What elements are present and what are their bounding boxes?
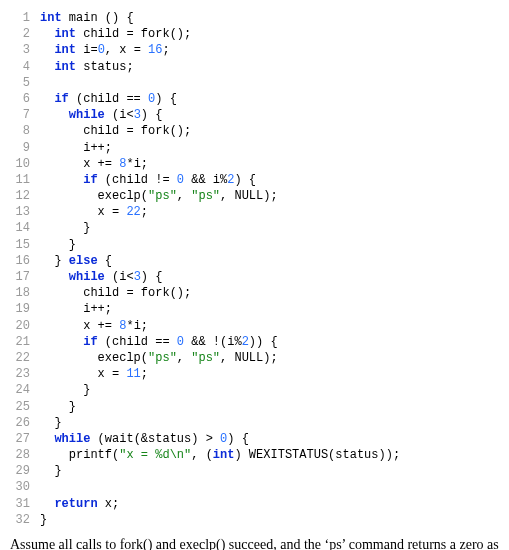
token-plain: *i;	[126, 157, 148, 171]
code-content: i++;	[40, 140, 112, 156]
code-line: 8 child = fork();	[8, 123, 501, 139]
code-content: child = fork();	[40, 123, 191, 139]
token-kw: if	[83, 335, 97, 349]
line-number: 10	[8, 156, 30, 172]
line-number: 29	[8, 463, 30, 479]
token-plain: *i;	[126, 319, 148, 333]
token-plain: x =	[98, 367, 127, 381]
token-kw: while	[69, 108, 105, 122]
code-content: }	[40, 382, 90, 398]
token-plain: child = fork();	[76, 27, 191, 41]
line-number: 31	[8, 496, 30, 512]
code-line: 28 printf("x = %d\n", (int) WEXITSTATUS(…	[8, 447, 501, 463]
code-line: 32}	[8, 512, 501, 528]
code-content: int main () {	[40, 10, 134, 26]
token-plain: main () {	[62, 11, 134, 25]
line-number: 25	[8, 399, 30, 415]
token-kw: int	[213, 448, 235, 462]
code-content: i++;	[40, 301, 112, 317]
token-num: 0	[98, 43, 105, 57]
line-number: 24	[8, 382, 30, 398]
code-line: 3 int i=0, x = 16;	[8, 42, 501, 58]
code-content: }	[40, 512, 47, 528]
code-line: 9 i++;	[8, 140, 501, 156]
token-num: 22	[126, 205, 140, 219]
code-line: 13 x = 22;	[8, 204, 501, 220]
token-plain: ,	[177, 351, 191, 365]
token-num: 3	[134, 108, 141, 122]
line-number: 27	[8, 431, 30, 447]
token-plain: && !(i%	[184, 335, 242, 349]
code-block: 1int main () {2 int child = fork();3 int…	[8, 10, 501, 528]
line-number: 12	[8, 188, 30, 204]
token-kw: int	[54, 43, 76, 57]
token-plain: ;	[141, 367, 148, 381]
code-content: while (i<3) {	[40, 269, 162, 285]
token-str: "ps"	[191, 351, 220, 365]
code-line: 24 }	[8, 382, 501, 398]
token-plain: , NULL);	[220, 189, 278, 203]
token-kw: int	[54, 27, 76, 41]
line-number: 5	[8, 75, 30, 91]
token-plain: (i<	[105, 108, 134, 122]
code-content: if (child != 0 && i%2) {	[40, 172, 256, 188]
token-plain: ;	[141, 205, 148, 219]
token-plain: status;	[76, 60, 134, 74]
line-number: 26	[8, 415, 30, 431]
code-line: 30	[8, 479, 501, 495]
line-number: 23	[8, 366, 30, 382]
token-plain: }	[83, 383, 90, 397]
code-line: 6 if (child == 0) {	[8, 91, 501, 107]
token-plain: , (	[191, 448, 213, 462]
code-line: 11 if (child != 0 && i%2) {	[8, 172, 501, 188]
code-content: }	[40, 399, 76, 415]
code-content: x += 8*i;	[40, 156, 148, 172]
token-plain: }	[54, 464, 61, 478]
code-content: } else {	[40, 253, 112, 269]
token-kw: if	[54, 92, 68, 106]
code-line: 10 x += 8*i;	[8, 156, 501, 172]
token-num: 0	[177, 335, 184, 349]
code-line: 23 x = 11;	[8, 366, 501, 382]
code-line: 20 x += 8*i;	[8, 318, 501, 334]
code-line: 22 execlp("ps", "ps", NULL);	[8, 350, 501, 366]
token-plain: {	[98, 254, 112, 268]
code-line: 12 execlp("ps", "ps", NULL);	[8, 188, 501, 204]
token-plain: }	[83, 221, 90, 235]
token-plain: }	[40, 513, 47, 527]
code-content: child = fork();	[40, 285, 191, 301]
token-plain: i++;	[83, 302, 112, 316]
token-plain: child = fork();	[83, 286, 191, 300]
token-plain: (i<	[105, 270, 134, 284]
token-plain: ) {	[227, 432, 249, 446]
token-str: "x = %d\n"	[119, 448, 191, 462]
token-plain: ;	[162, 43, 169, 57]
token-plain: (child ==	[69, 92, 148, 106]
line-number: 3	[8, 42, 30, 58]
token-plain: )) {	[249, 335, 278, 349]
token-num: 0	[177, 173, 184, 187]
token-kw: int	[40, 11, 62, 25]
token-plain: ,	[177, 189, 191, 203]
line-number: 16	[8, 253, 30, 269]
line-number: 17	[8, 269, 30, 285]
token-plain: x +=	[83, 319, 119, 333]
line-number: 30	[8, 479, 30, 495]
code-content: x = 11;	[40, 366, 148, 382]
token-str: "ps"	[148, 189, 177, 203]
token-kw: while	[54, 432, 90, 446]
code-content: int status;	[40, 59, 134, 75]
token-plain: child = fork();	[83, 124, 191, 138]
token-num: 2	[242, 335, 249, 349]
code-line: 14 }	[8, 220, 501, 236]
token-plain: (child ==	[98, 335, 177, 349]
line-number: 9	[8, 140, 30, 156]
token-plain: ) {	[155, 92, 177, 106]
token-plain: (wait(&status) >	[90, 432, 220, 446]
line-number: 32	[8, 512, 30, 528]
token-kw: return	[54, 497, 97, 511]
line-number: 20	[8, 318, 30, 334]
line-number: 2	[8, 26, 30, 42]
token-num: 16	[148, 43, 162, 57]
line-number: 1	[8, 10, 30, 26]
